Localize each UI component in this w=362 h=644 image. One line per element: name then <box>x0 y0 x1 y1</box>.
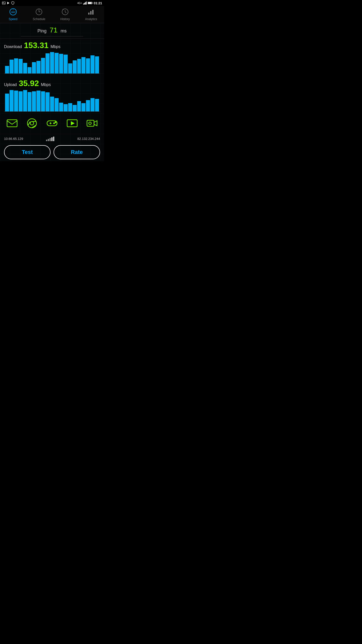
upload-bar <box>41 91 45 111</box>
signal-bar-3 <box>50 138 51 141</box>
app-icons-row <box>0 113 104 134</box>
shield-icon <box>11 1 15 5</box>
svg-rect-6 <box>86 2 87 5</box>
download-bar <box>73 60 77 73</box>
schedule-icon-svg <box>35 8 43 16</box>
upload-bar <box>14 91 18 111</box>
upload-bar <box>32 91 36 111</box>
upload-bar <box>73 105 77 111</box>
svg-point-21 <box>54 123 55 124</box>
svg-text:255: 255 <box>11 11 15 13</box>
upload-bar <box>46 92 50 111</box>
tab-analytics[interactable]: Analytics <box>78 6 104 23</box>
history-tab-icon <box>61 8 69 16</box>
upload-label: Upload <box>4 83 17 87</box>
analytics-tab-icon <box>87 8 95 16</box>
svg-marker-24 <box>71 121 75 125</box>
battery-icon <box>88 2 93 5</box>
bottom-buttons: Test Rate <box>0 143 104 161</box>
download-bar <box>14 58 18 73</box>
ping-value: 71 <box>50 26 57 34</box>
speed-tab-icon: 255 <box>9 8 17 16</box>
tab-schedule-label: Schedule <box>33 17 45 21</box>
download-section: Download 153.31 Mbps <box>0 39 104 75</box>
upload-bar <box>64 104 68 112</box>
local-ip: 10.66.65.129 <box>4 137 23 141</box>
tab-history-label: History <box>60 17 70 21</box>
download-bar <box>55 53 59 73</box>
download-bar <box>68 63 72 73</box>
svg-marker-2 <box>7 2 9 4</box>
upload-bar <box>81 103 85 111</box>
video-call-icon[interactable] <box>85 117 99 130</box>
download-bar <box>95 56 99 73</box>
ping-unit: ms <box>61 28 67 33</box>
play-icon <box>7 1 10 5</box>
tab-speed-label: Speed <box>9 17 17 21</box>
download-bar <box>46 53 50 73</box>
download-bar <box>77 59 81 73</box>
upload-unit: Mbps <box>41 83 51 87</box>
upload-bar <box>90 98 95 111</box>
gaming-icon[interactable] <box>46 117 59 130</box>
tab-speed[interactable]: 255 Speed <box>0 6 26 23</box>
upload-header: Upload 35.92 Mbps <box>4 79 100 88</box>
download-value: 153.31 <box>24 41 49 50</box>
test-button[interactable]: Test <box>4 145 51 159</box>
signal-bar-1 <box>46 140 47 141</box>
upload-bar <box>36 91 40 111</box>
main-content: Ping 71 ms Download 153.31 Mbps Upload 3… <box>0 23 104 161</box>
network-type: 4G+ <box>77 2 82 5</box>
svg-point-18 <box>27 119 36 128</box>
upload-bar <box>95 99 99 111</box>
time-display: 01:21 <box>94 1 102 5</box>
analytics-icon-svg <box>87 8 95 16</box>
ip-row: 10.66.65.129 82.132.234.244 <box>0 134 104 143</box>
rate-button[interactable]: Rate <box>54 145 100 159</box>
download-bar <box>86 58 90 73</box>
signal-strength <box>46 136 54 141</box>
svg-rect-17 <box>7 120 17 127</box>
upload-bar <box>59 103 63 111</box>
download-bar <box>23 63 27 73</box>
download-chart <box>4 51 100 74</box>
upload-bar <box>28 92 32 111</box>
upload-bar <box>55 98 59 111</box>
tab-schedule[interactable]: Schedule <box>26 6 52 23</box>
video-play-icon[interactable] <box>66 117 79 130</box>
signal-bar-2 <box>48 139 49 141</box>
download-bar <box>36 61 40 73</box>
download-bar <box>64 55 68 73</box>
download-bar <box>50 52 54 73</box>
upload-bar <box>86 100 90 111</box>
status-bar-right: 4G+ 01:21 <box>77 1 102 5</box>
download-bar <box>90 55 95 73</box>
status-bar: 4G+ 01:21 <box>0 0 104 6</box>
download-bar <box>28 67 32 73</box>
svg-rect-3 <box>83 4 84 5</box>
chrome-icon[interactable] <box>25 117 38 130</box>
download-bar <box>32 62 36 73</box>
svg-rect-4 <box>84 3 85 5</box>
speed-icon-svg: 255 <box>9 8 17 16</box>
svg-rect-14 <box>88 13 89 15</box>
svg-rect-15 <box>90 11 92 15</box>
ping-section: Ping 71 ms <box>0 23 104 39</box>
svg-point-25 <box>89 122 91 125</box>
signal-bar-4 <box>51 137 53 141</box>
download-header: Download 153.31 Mbps <box>4 41 100 50</box>
svg-rect-8 <box>92 3 93 4</box>
signal-bar-5 <box>53 137 54 141</box>
tab-history[interactable]: History <box>52 6 78 23</box>
ping-label: Ping <box>37 28 47 33</box>
svg-rect-16 <box>92 10 94 15</box>
photo-icon <box>2 1 6 5</box>
download-bar <box>19 59 23 73</box>
upload-value: 35.92 <box>19 79 39 88</box>
download-bar <box>59 54 63 73</box>
history-icon-svg <box>61 8 69 16</box>
status-bar-left-icons <box>2 1 15 5</box>
download-unit: Mbps <box>51 45 60 49</box>
svg-rect-9 <box>88 2 92 4</box>
mail-icon[interactable] <box>6 117 19 130</box>
